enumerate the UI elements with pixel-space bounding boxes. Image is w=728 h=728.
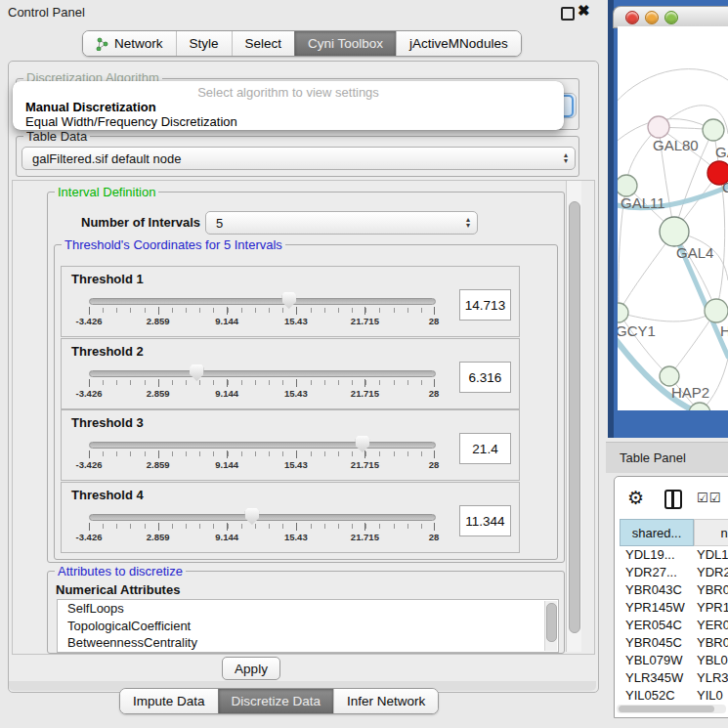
tick-marks [89, 308, 435, 313]
list-scrollbar[interactable] [544, 601, 557, 651]
network-canvas[interactable]: GAL80 GA GAL11 C GAL4 GCY1 H HAP2 [618, 26, 728, 410]
node-gal4[interactable] [660, 217, 689, 246]
tick-marks [89, 380, 435, 385]
table-panel: ⚙ ☑☑ shared... n YDL19...YDL1 YDR27...YD… [614, 476, 728, 718]
threshold-2-label: Threshold 2 [71, 344, 144, 359]
column-header-name[interactable]: n [694, 519, 728, 546]
dropdown-option-manual[interactable]: Manual Discretization [25, 100, 156, 114]
table-row[interactable]: YBR043CYBR0 [615, 581, 728, 599]
threshold-1-block: Threshold 1 -3.426 2.859 9.144 15.43 21.… [61, 266, 520, 337]
table-data-combo-value: galFiltered.sif default node [22, 151, 181, 166]
node-gal80[interactable] [648, 116, 669, 138]
bottom-tab-bar: Impute Data Discretize Data Infer Networ… [119, 688, 439, 714]
close-traffic-light-icon[interactable] [625, 11, 639, 24]
threshold-3-slider[interactable] [89, 442, 436, 449]
minimize-traffic-light-icon[interactable] [645, 11, 659, 24]
list-item[interactable]: BetweennessCentrality [58, 634, 558, 652]
slider-thumb[interactable] [281, 292, 296, 309]
num-intervals-combo[interactable]: 5 ▴▾ [205, 211, 478, 235]
dropdown-option-equal-width[interactable]: Equal Width/Frequency Discretization [25, 114, 237, 129]
threshold-1-label: Threshold 1 [71, 272, 144, 286]
gear-icon[interactable]: ⚙ [627, 487, 644, 509]
table-row[interactable]: YDL19...YDL1 [615, 546, 728, 564]
threshold-3-value-field[interactable]: 21.4 [459, 433, 511, 464]
algorithm-dropdown: Select algorithm to view settings Manual… [13, 81, 564, 130]
slider-thumb[interactable] [190, 364, 204, 381]
table-data-group-title: Table Data [23, 129, 90, 144]
node-label-gal4: GAL4 [676, 244, 713, 261]
tab-cyni-toolbox[interactable]: Cyni Toolbox [294, 31, 396, 56]
tab-network-label: Network [114, 36, 163, 51]
table-row[interactable]: YIL052CYIL0 [615, 687, 728, 705]
threshold-1-slider[interactable] [89, 298, 436, 305]
num-intervals-value: 5 [206, 216, 223, 231]
slider-thumb[interactable] [355, 436, 369, 452]
table-row[interactable]: YDR27...YDR2 [615, 564, 728, 581]
interval-definition-title: Interval Definition [55, 185, 158, 199]
threshold-3-block: Threshold 3 -3.426 2.859 9.144 15.43 21.… [61, 409, 520, 481]
panel-title: Control Panel [8, 5, 85, 20]
node-gcy1[interactable] [618, 303, 628, 322]
node-partial-right[interactable] [705, 299, 728, 322]
node-label-partial-h: H [720, 322, 728, 339]
scrollbar-thumb[interactable] [546, 603, 557, 642]
threshold-2-value-field[interactable]: 6.316 [459, 362, 511, 393]
threshold-1-value-field[interactable]: 14.713 [459, 289, 511, 321]
table-row[interactable]: YER054CYER0 [615, 617, 728, 634]
numerical-attributes-heading: Numerical Attributes [56, 582, 180, 597]
tab-network[interactable]: Network [83, 31, 176, 56]
node-partial-top-right[interactable] [703, 119, 724, 141]
apply-button[interactable]: Apply [222, 657, 280, 680]
combo-stepper-icon: ▴▾ [564, 152, 575, 164]
scrollbar-thumb[interactable] [619, 706, 714, 712]
zoom-traffic-light-icon[interactable] [664, 11, 678, 24]
node-hap2[interactable] [660, 366, 679, 386]
threshold-4-slider[interactable] [89, 514, 436, 521]
tab-select[interactable]: Select [232, 31, 295, 56]
num-intervals-label: Number of Intervals [81, 215, 200, 230]
table-data-combo[interactable]: galFiltered.sif default node ▴▾ [21, 147, 576, 170]
node-label-partial-c: C [722, 179, 728, 195]
node-label-gcy1: GCY1 [618, 322, 656, 339]
scrollbar-thumb[interactable] [569, 201, 580, 633]
vertical-scrollbar[interactable] [566, 181, 581, 652]
table-row[interactable]: YBL079WYBL0 [615, 652, 728, 669]
tab-discretize-data[interactable]: Discretize Data [218, 689, 334, 713]
tick-marks [89, 524, 435, 529]
node-label-gal11: GAL11 [621, 194, 665, 211]
threshold-4-block: Threshold 4 -3.426 2.859 9.144 15.43 21.… [61, 482, 520, 553]
attribute-list: SelfLoops TopologicalCoefficient Between… [57, 599, 559, 653]
tab-impute-data[interactable]: Impute Data [120, 689, 218, 713]
attributes-group-title: Attributes to discretize [55, 564, 186, 578]
close-icon[interactable]: ✖ [578, 2, 590, 20]
network-icon [96, 37, 109, 51]
tab-style[interactable]: Style [176, 31, 232, 56]
thresholds-group-title: Threshold's Coordinates for 5 Intervals [62, 237, 285, 252]
node-gal11[interactable] [618, 175, 637, 196]
tick-marks [89, 451, 435, 456]
network-window-frame-edge [608, 0, 614, 438]
node-label-partial-ga: GA [715, 144, 728, 160]
table-row[interactable]: YPR145WYPR1 [615, 599, 728, 617]
node-label-hap2: HAP2 [671, 384, 709, 401]
table-row[interactable]: YBR045CYBR0 [615, 634, 728, 652]
float-window-icon[interactable] [561, 7, 575, 21]
tab-jactivemnodules[interactable]: jActiveMNodules [396, 31, 521, 56]
columns-icon[interactable] [664, 490, 682, 509]
threshold-4-value-field[interactable]: 11.344 [459, 505, 511, 536]
tab-infer-network[interactable]: Infer Network [333, 689, 438, 713]
horizontal-scrollbar[interactable] [617, 705, 726, 713]
combo-stepper-icon: ▴▾ [466, 217, 477, 229]
table-panel-header: Table Panel [606, 442, 728, 473]
column-header-shared[interactable]: shared... [620, 519, 694, 546]
slider-thumb[interactable] [244, 508, 259, 525]
checkbox-icons[interactable]: ☑☑ [697, 491, 721, 505]
list-item[interactable]: TopologicalCoefficient [58, 618, 558, 635]
threshold-2-slider[interactable] [89, 370, 436, 377]
list-item[interactable]: SelfLoops [58, 600, 558, 618]
table-panel-title: Table Panel [620, 450, 686, 465]
node-label-gal80: GAL80 [653, 137, 699, 153]
network-window-titlebar[interactable] [613, 6, 728, 28]
table-row[interactable]: YLR345WYLR3 [615, 669, 728, 687]
application-window: Control Panel ✖ Network Style Select Cyn… [0, 0, 728, 728]
